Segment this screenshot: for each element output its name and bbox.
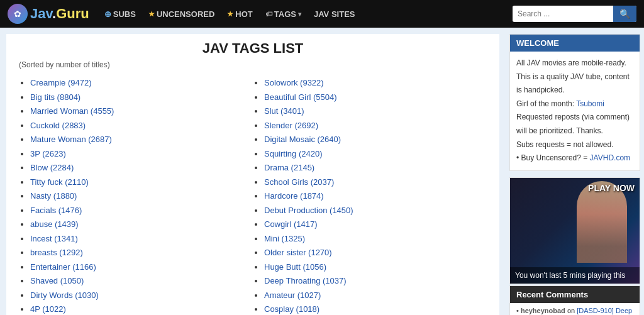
list-item: Cuckold (2883) bbox=[30, 119, 247, 132]
list-item: Titty fuck (2110) bbox=[30, 176, 247, 189]
javhd-link[interactable]: JAVHD.com bbox=[590, 153, 630, 162]
tag-link[interactable]: Nasty (1880) bbox=[30, 191, 77, 201]
girl-of-month: Girl of the month: Tsubomi bbox=[516, 97, 633, 111]
list-item: School Girls (2037) bbox=[264, 176, 480, 189]
list-item: Deep Throating (1037) bbox=[264, 275, 480, 287]
logo-area: ✿ Jav.Guru bbox=[8, 4, 89, 24]
list-item: Nasty (1880) bbox=[30, 190, 247, 202]
tags-right-list: Solowork (9322)Beautiful Girl (5504)Slut… bbox=[253, 77, 480, 315]
tag-link[interactable]: Shaved (1050) bbox=[30, 276, 84, 285]
ad-bottom-text[interactable]: You won't last 5 mins playing this bbox=[510, 267, 640, 284]
list-item: Mature Woman (2687) bbox=[30, 133, 247, 146]
tags-col-left: Creampie (9472)Big tits (8804)Married Wo… bbox=[19, 77, 253, 315]
tag-link[interactable]: Titty fuck (2110) bbox=[30, 177, 89, 187]
nav-subs[interactable]: ⊕ SUBS bbox=[99, 7, 141, 21]
search-area: 🔍 bbox=[513, 6, 636, 22]
tag-link[interactable]: Digital Mosaic (2640) bbox=[264, 135, 341, 144]
list-item: 4P (1022) bbox=[30, 303, 247, 315]
tag-link[interactable]: Incest (1341) bbox=[30, 234, 78, 243]
buy-uncensored: • Buy Uncensored? = JAVHD.com bbox=[516, 152, 633, 165]
list-item: Amateur (1027) bbox=[264, 289, 480, 302]
tag-link[interactable]: Slender (2692) bbox=[264, 121, 318, 130]
nav-jav-sites[interactable]: JAV SITES bbox=[309, 7, 360, 21]
ad-play-label[interactable]: PLAY NOW bbox=[588, 183, 635, 193]
tag-link[interactable]: Hardcore (1874) bbox=[264, 191, 324, 201]
content-area: JAV TAGS LIST (Sorted by number of title… bbox=[6, 34, 499, 315]
nav-hot[interactable]: ★ HOT bbox=[222, 7, 257, 21]
comment-user: • heyheynobad bbox=[516, 307, 565, 314]
tag-link[interactable]: Cowgirl (1417) bbox=[264, 219, 318, 229]
header: ✿ Jav.Guru ⊕ SUBS ★ UNCENSORED ★ HOT 🏷 T… bbox=[0, 0, 644, 28]
tag-link[interactable]: Huge Butt (1056) bbox=[264, 262, 326, 272]
subs-icon: ⊕ bbox=[104, 9, 111, 19]
tag-link[interactable]: Married Woman (4555) bbox=[30, 106, 114, 116]
list-item: abuse (1439) bbox=[30, 218, 247, 231]
list-item: Married Woman (4555) bbox=[30, 105, 247, 118]
tag-link[interactable]: Beautiful Girl (5504) bbox=[264, 92, 337, 102]
logo-text[interactable]: Jav.Guru bbox=[30, 6, 89, 22]
tag-link[interactable]: Solowork (9322) bbox=[264, 78, 324, 87]
tag-link[interactable]: 3P (2623) bbox=[30, 149, 66, 158]
repost-note: Requested reposts (via comment) will be … bbox=[516, 111, 633, 138]
tag-link[interactable]: breasts (1292) bbox=[30, 248, 83, 257]
ad-box[interactable]: PLAY NOW You won't last 5 mins playing t… bbox=[509, 177, 640, 284]
recent-comments-box: Recent Comments • heyheynobad on [DASD-9… bbox=[509, 285, 640, 315]
list-item: Beautiful Girl (5504) bbox=[264, 91, 480, 104]
list-item: Incest (1341) bbox=[30, 233, 247, 245]
welcome-box: WELCOME All JAV movies are mobile-ready.… bbox=[509, 34, 640, 171]
tag-link[interactable]: Mature Woman (2687) bbox=[30, 135, 112, 144]
tag-link[interactable]: Older sister (1270) bbox=[264, 248, 332, 257]
list-item: Squirting (2420) bbox=[264, 148, 480, 160]
tsubomi-link[interactable]: Tsubomi bbox=[576, 99, 604, 108]
tag-link[interactable]: Entertainer (1166) bbox=[30, 262, 96, 272]
tags-col-right: Solowork (9322)Beautiful Girl (5504)Slut… bbox=[253, 77, 487, 315]
list-item: 3P (2623) bbox=[30, 148, 247, 160]
nav-tags[interactable]: 🏷 TAGS ▾ bbox=[260, 7, 306, 21]
ad-figure bbox=[577, 181, 627, 263]
tag-link[interactable]: Drama (2145) bbox=[264, 163, 314, 172]
subs-note: Subs requests = not allowed. bbox=[516, 138, 633, 152]
tags-columns: Creampie (9472)Big tits (8804)Married Wo… bbox=[19, 77, 487, 315]
tag-link[interactable]: Blow (2284) bbox=[30, 163, 74, 172]
list-item: Creampie (9472) bbox=[30, 77, 247, 89]
list-item: Solowork (9322) bbox=[264, 77, 480, 89]
list-item: Blow (2284) bbox=[30, 162, 247, 174]
sidebar: WELCOME All JAV movies are mobile-ready.… bbox=[506, 34, 644, 315]
logo-avatar: ✿ bbox=[8, 4, 28, 24]
list-item: Drama (2145) bbox=[264, 162, 480, 174]
tag-link[interactable]: Creampie (9472) bbox=[30, 78, 92, 87]
tag-link[interactable]: Squirting (2420) bbox=[264, 149, 323, 158]
list-item: Older sister (1270) bbox=[264, 246, 480, 259]
tag-link[interactable]: Facials (1476) bbox=[30, 206, 82, 215]
uncensored-icon: ★ bbox=[148, 10, 155, 18]
tag-link[interactable]: Debut Production (1450) bbox=[264, 206, 353, 215]
tag-link[interactable]: Amateur (1027) bbox=[264, 290, 321, 300]
list-item: Debut Production (1450) bbox=[264, 204, 480, 217]
list-item: Big tits (8804) bbox=[30, 91, 247, 104]
tag-link[interactable]: Cosplay (1018) bbox=[264, 304, 319, 314]
nav-uncensored[interactable]: ★ UNCENSORED bbox=[143, 7, 219, 21]
tag-link[interactable]: Mini (1325) bbox=[264, 234, 305, 243]
list-item: Hardcore (1874) bbox=[264, 190, 480, 202]
tag-link[interactable]: Dirty Words (1030) bbox=[30, 290, 99, 300]
list-item: Slut (3401) bbox=[264, 105, 480, 118]
comment-item: • heyheynobad on [DASD-910] Deep Kissing… bbox=[510, 303, 640, 315]
main-nav: ⊕ SUBS ★ UNCENSORED ★ HOT 🏷 TAGS ▾ JAV S… bbox=[99, 7, 502, 21]
tag-link[interactable]: 4P (1022) bbox=[30, 304, 66, 314]
list-item: Slender (2692) bbox=[264, 119, 480, 132]
tag-link[interactable]: Big tits (8804) bbox=[30, 92, 80, 102]
search-button[interactable]: 🔍 bbox=[613, 6, 636, 22]
tag-link[interactable]: Cuckold (2883) bbox=[30, 121, 86, 130]
sort-note: (Sorted by number of titles) bbox=[19, 60, 487, 69]
tag-link[interactable]: abuse (1439) bbox=[30, 219, 79, 229]
tag-link[interactable]: School Girls (2037) bbox=[264, 177, 334, 187]
tag-icon: 🏷 bbox=[265, 10, 272, 18]
recent-comments-header: Recent Comments bbox=[510, 286, 640, 303]
tag-link[interactable]: Deep Throating (1037) bbox=[264, 276, 347, 285]
list-item: Shaved (1050) bbox=[30, 275, 247, 287]
search-input[interactable] bbox=[513, 6, 613, 21]
tag-link[interactable]: Slut (3401) bbox=[264, 106, 304, 116]
tags-left-list: Creampie (9472)Big tits (8804)Married Wo… bbox=[19, 77, 247, 315]
hot-icon: ★ bbox=[227, 10, 233, 18]
list-item: Cosplay (1018) bbox=[264, 303, 480, 315]
